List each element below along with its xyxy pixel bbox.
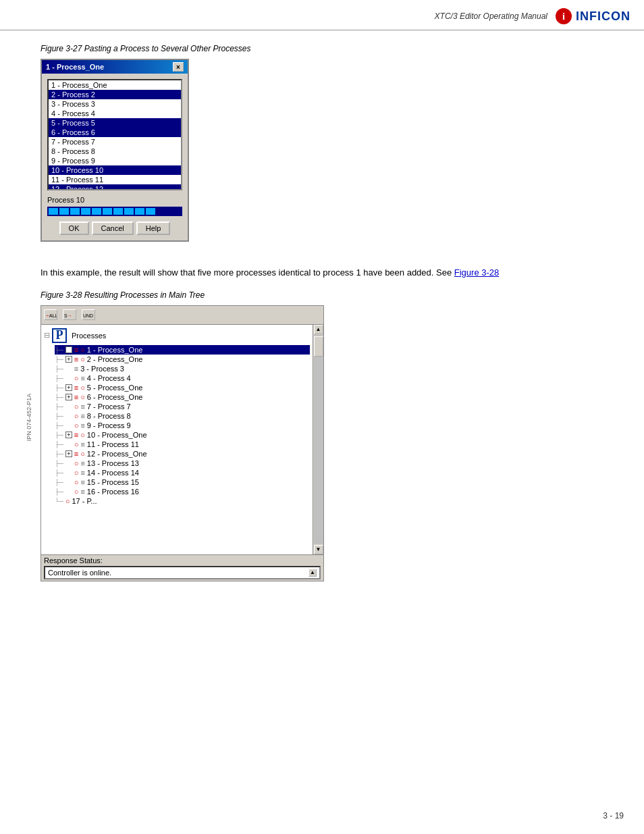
figure-27-caption: Figure 3-27 Pasting a Process to Several… [41,44,603,53]
list-item[interactable]: 9 - Process 9 [49,156,181,165]
status-scroll-up[interactable]: ▲ [308,569,317,577]
help-button[interactable]: Help [136,221,171,235]
toolbar-btn-3[interactable]: UND [82,309,95,320]
progress-segment [103,208,112,215]
progress-segment [49,208,58,215]
expand-12[interactable]: + [65,450,72,457]
tree-content: ⊟ P Processes ├─ + ≡ ○ 1 - Process_One ├… [41,325,313,554]
tree-row-14[interactable]: ├─ ○ ≡ 14 - Process 14 [55,468,310,477]
root-process-icon: P [52,328,67,343]
process-11-label: 11 - Process 11 [87,440,139,448]
list-item[interactable]: 4 - Process 4 [49,109,181,118]
root-label: Processes [72,332,106,340]
progress-segment [92,208,101,215]
process-6-label: 6 - Process_One [87,393,143,401]
process-3-label: 3 - Process 3 [80,365,124,373]
ok-button[interactable]: OK [59,221,89,235]
list-item[interactable]: 1 - Process_One [49,80,181,90]
process-9-label: 9 - Process 9 [87,421,131,429]
tree-row-7[interactable]: ├─ ○ ≡ 7 - Process 7 [55,402,310,411]
list-item[interactable]: 12 - Process 12 [49,184,181,190]
process-7-label: 7 - Process 7 [87,402,131,411]
progress-segment [70,208,80,215]
current-process-label: Process 10 [47,196,182,204]
process-14-label: 14 - Process 14 [87,469,139,477]
process-12-label: 12 - Process_One [87,450,147,458]
progress-segment [113,208,123,215]
tree-row-4[interactable]: ├─ ○ ≡ 4 - Process 4 [55,373,310,383]
toolbar-icon-1: ← ALL [44,309,57,320]
list-item[interactable]: 8 - Process 8 [49,147,181,156]
list-item[interactable]: 10 - Process 10 [49,165,181,175]
process-16-label: 16 - Process 16 [87,488,139,496]
expand-5[interactable]: + [65,384,72,391]
tree-row-9[interactable]: ├─ ○ ≡ 9 - Process 9 [55,421,310,430]
svg-text:→: → [68,313,72,318]
tree-row-5[interactable]: ├─ + ≡ ○ 5 - Process_One [55,383,310,392]
dialog-title: 1 - Process_One [46,63,104,71]
tree-main: ⊟ P Processes ├─ + ≡ ○ 1 - Process_One ├… [41,325,323,554]
scrollbar-thumb[interactable] [314,336,323,357]
send-all-icon: S → [63,310,76,319]
tree-row-17[interactable]: └─ ○ 17 - P... [55,496,310,506]
undo-send-icon: UND [82,310,95,319]
progress-segment [59,208,69,215]
cancel-button[interactable]: Cancel [92,221,134,235]
svg-text:UND: UND [83,313,93,318]
tree-row-11[interactable]: ├─ ○ ≡ 11 - Process 11 [55,440,310,449]
toolbar-btn-1[interactable]: ← ALL [44,309,57,320]
list-item[interactable]: 6 - Process 6 [49,128,181,137]
process-8-label: 8 - Process 8 [87,412,131,420]
toolbar-icon-3: UND [82,309,95,320]
tree-row-15[interactable]: ├─ ○ ≡ 15 - Process 15 [55,477,310,487]
tree-row-root: ⊟ P Processes [44,328,310,344]
list-item[interactable]: 2 - Process 2 [49,90,181,99]
scrollbar-track[interactable] [314,335,323,544]
dialog-titlebar: 1 - Process_One × [42,60,188,74]
tree-row-16[interactable]: ├─ ○ ≡ 16 - Process 16 [55,487,310,496]
paste-dialog[interactable]: 1 - Process_One × 1 - Process_One 2 - Pr… [41,59,189,242]
page-header: XTC/3 Editor Operating Manual i INFICON [0,0,644,30]
process-2-label: 2 - Process_One [87,355,143,363]
dialog-close-button[interactable]: × [173,62,184,72]
main-tree-window: ← ALL S → UND [41,305,324,581]
expand-1[interactable]: + [65,346,72,353]
figure-28-link[interactable]: Figure 3-28 [454,267,499,278]
svg-text:ALL: ALL [49,313,57,318]
expand-6[interactable]: + [65,394,72,400]
tree-row-1[interactable]: ├─ + ≡ ○ 1 - Process_One [55,345,310,355]
svg-text:i: i [562,11,565,22]
tree-row-10[interactable]: ├─ + ≡ ○ 10 - Process_One [55,430,310,440]
list-item[interactable]: 7 - Process 7 [49,137,181,147]
tree-row-12[interactable]: ├─ + ≡ ○ 12 - Process_One [55,449,310,459]
figure-27-dialog: 1 - Process_One × 1 - Process_One 2 - Pr… [41,59,189,242]
toolbar-btn-2[interactable]: S → [63,309,76,320]
status-section: Response Status: Controller is online. ▲ [41,554,323,581]
process-13-label: 13 - Process 13 [87,459,139,467]
process-15-label: 15 - Process 15 [87,478,139,486]
tree-row-6[interactable]: ├─ + ≡ ○ 6 - Process_One [55,392,310,402]
process-listbox[interactable]: 1 - Process_One 2 - Process 2 3 - Proces… [47,79,182,190]
tree-row-13[interactable]: ├─ ○ ≡ 13 - Process 13 [55,459,310,468]
tree-row-3[interactable]: ├─ ≡ 3 - Process 3 [55,364,310,373]
list-item[interactable]: 5 - Process 5 [49,118,181,128]
scrollbar-up-button[interactable]: ▲ [314,325,323,334]
list-item[interactable]: 3 - Process 3 [49,99,181,109]
dialog-buttons: OK Cancel Help [47,221,182,235]
tree-row-2[interactable]: ├─ + ≡ ○ 2 - Process_One [55,355,310,364]
page-number: 3 - 19 [603,811,624,820]
expand-2[interactable]: + [65,356,72,363]
toolbar-icon-2: S → [63,309,76,320]
scrollbar-down-button[interactable]: ▼ [314,545,323,554]
sidebar-label: IPN 074-452-P1A [26,393,32,441]
tree-scrollbar[interactable]: ▲ ▼ [313,325,323,554]
process-10-label: 10 - Process_One [87,431,147,439]
expand-10[interactable]: + [65,432,72,438]
dialog-body: 1 - Process_One 2 - Process 2 3 - Proces… [42,74,188,240]
logo-text: INFICON [576,9,630,24]
tree-row-8[interactable]: ├─ ○ ≡ 8 - Process 8 [55,411,310,421]
progress-segment [135,208,144,215]
figure-28-caption: Figure 3-28 Resulting Processes in Main … [41,290,603,300]
process-5-label: 5 - Process_One [87,384,143,392]
list-item[interactable]: 11 - Process 11 [49,175,181,184]
